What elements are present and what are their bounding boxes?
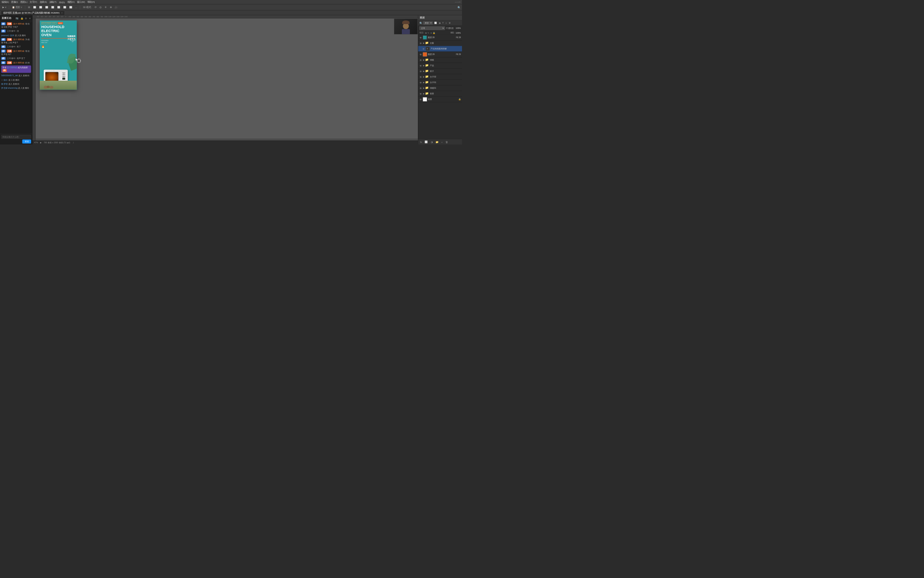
expand-icon[interactable]: ▶ [423,59,425,61]
menu-3d[interactable]: 3D(D) [59,1,65,3]
eye-icon[interactable]: 👁 [419,81,422,84]
expand-icon[interactable]: ▶ [423,87,425,89]
expand-icon[interactable]: ▶ [423,81,425,83]
eye-icon[interactable]: 👁 [419,36,422,39]
layer-item[interactable]: 👁 图层 29 FE 29 [418,52,462,57]
menu-filter[interactable]: 滤镜(T) [49,1,57,4]
3d-move[interactable]: ✛ [104,6,107,9]
adjustment-button[interactable]: ◑ [430,140,434,144]
menu-edit[interactable]: 编辑(E) [2,1,9,4]
eye-icon[interactable]: 👁 [419,70,422,73]
tool-align7[interactable]: ⬜ [69,6,73,9]
layer-item[interactable]: 👁 ▶ 📁 台子02 [418,74,462,80]
chat-input[interactable] [1,135,31,139]
lock-position-icon[interactable]: ✎ [428,32,429,34]
canvas-area[interactable]: -700 -600 -500 -400 -300 -200 -100 0 100… [32,15,418,144]
3d-pan[interactable]: ⊕ [109,6,113,9]
tool-align3[interactable]: ⬜ [45,6,49,9]
send-button[interactable]: 发送 [22,140,31,144]
oven-btn: ■ ■ [62,72,66,73]
layer-item[interactable]: 👁 ▶ 📁 产品 [418,63,462,69]
add-mask-button[interactable]: ⬜ [424,140,429,144]
adjustment-icon[interactable]: ◑ [438,22,441,25]
text-icon[interactable]: T [442,22,444,25]
expand-icon[interactable]: ▶ [423,93,425,95]
new-layer-button[interactable]: + [440,140,444,144]
expand-icon[interactable]: ▶ [423,42,425,44]
menu-view[interactable]: 视图(V) [67,1,75,4]
fx-button[interactable]: fx [419,140,423,144]
eye-icon[interactable]: 👁 [419,75,422,78]
eye-icon[interactable]: 👁 [419,92,422,95]
canvas-wrapper: MICROWAVE 5000 微波炉 HOUSEHOLD ELECTRIC OV… [36,18,418,138]
3d-pivot[interactable]: ◎ [99,6,102,9]
tool-grid[interactable]: ⊞ [27,6,31,9]
tool-arrow[interactable]: ▶ ∨ [2,6,7,9]
lock-pixels-icon[interactable]: ⊠ [425,32,427,34]
username-link[interactable]: 睡梦狸 [1,83,8,85]
username-link[interactable]: peanut小迷弟 [1,34,14,36]
eye-icon[interactable]: 👁 [419,87,422,90]
expand-icon[interactable]: ▶ [423,70,425,72]
folder-button[interactable]: 📁 [435,140,440,144]
tool-more[interactable]: ··· [75,6,78,9]
layer-item[interactable]: 👁 ▶ 📁 饺子 [418,69,462,74]
layer-item[interactable]: 👁 图层 28 FE 28 [418,35,462,41]
eye-icon[interactable]: 👁 [419,53,422,56]
eye-icon[interactable]: 👁 [419,64,422,67]
layer-item[interactable]: 👁 ▶ 📁 背景 [418,91,462,97]
highlight-badge: 榜1 [2,69,7,72]
ruler-mark: -400 [48,16,52,18]
expand-icon[interactable]: ▶ [423,65,425,67]
layer-item[interactable]: 👁 ▶ 📁 绿植01 [418,85,462,91]
layer-item[interactable]: 👁 ▶ 📁 台子01 [418,80,462,85]
layer-name: 饺子 [430,70,461,73]
menu-select[interactable]: 选择(S) [40,1,47,4]
3d-camera[interactable]: 🎥 [114,6,118,9]
folder-icon: 📁 [425,41,429,45]
settings-icon[interactable]: ⚙ [25,17,27,20]
badge-lv1: 楼1 [1,57,6,60]
tool-align1[interactable]: ⬜ [32,6,37,9]
menu-help[interactable]: 帮助(H) [87,1,95,4]
menu-text[interactable]: 文字(Y) [30,1,37,4]
tool-align5[interactable]: ⬜ [57,6,61,9]
layer-item[interactable]: 👁 ▶ 📁 文案 [418,41,462,46]
tab-close[interactable]: × [61,12,63,14]
layer-item[interactable]: 👁 T 产品海报案例拆解 [418,46,462,52]
layer-item[interactable]: 👁 ▶ 📁 绿植 [418,57,462,63]
smart-icon[interactable]: ⚙ [448,22,452,25]
tool-align2[interactable]: ⬜ [38,6,43,9]
tab-active[interactable]: 箱详情页 直播.psb @ 58.5% (产品海报案例拆解, RGB/8#) × [1,10,65,15]
pixel-icon[interactable]: ⬜ [434,22,437,25]
blend-mode-select[interactable]: 正常 [419,26,445,31]
username-link[interactable]: 梦想家shamming [1,87,18,89]
search-icon-toolbar[interactable]: 🔍 [458,6,461,9]
badge-lv1: 楼1 [1,30,6,33]
eye-icon[interactable]: 👁 [419,98,422,101]
lock-icon[interactable]: 🔒 [20,17,24,20]
menu-window[interactable]: 窗口(W) [77,1,85,4]
3d-rotate[interactable]: ⟳ [94,6,97,9]
tool-layers[interactable]: 📋 图层 ∨ [11,6,23,10]
eye-icon[interactable]: 👁 [419,42,422,45]
expand-icon[interactable]: ▶ [423,76,425,78]
username-link[interactable]: 58955569571_bili [1,74,18,77]
close-icon[interactable]: ✕ [29,17,31,20]
delete-layer-button[interactable]: 🗑 [445,140,449,144]
lock-all-icon[interactable]: 🔒 [433,32,435,34]
menu-layer[interactable]: 图层(L) [20,1,28,4]
menu-image[interactable]: 图像(I) [11,1,18,4]
username-link[interactable]: 叙白 [4,78,8,81]
tool-align6[interactable]: ⬜ [63,6,67,9]
camera-icon[interactable]: 📷 [16,17,19,20]
eye-icon[interactable]: 👁 [422,47,425,50]
ruler-mark: 1500 [124,16,128,18]
layer-type-select[interactable]: 类型 [423,21,433,25]
shape-icon[interactable]: □ [445,22,448,25]
list-item: 楼1 三河秦中: 有了 [1,45,31,48]
lock-artboard-icon[interactable]: ✛ [430,32,432,34]
layer-item[interactable]: 👁 背景 🔒 [418,97,462,102]
eye-icon[interactable]: 👁 [419,59,422,61]
tool-align4[interactable]: ⬜ [51,6,55,9]
